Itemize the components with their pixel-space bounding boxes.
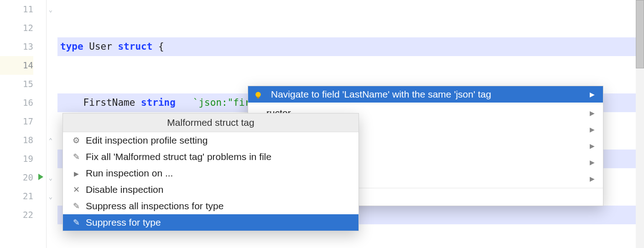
keyword-struct: struct [118, 41, 152, 52]
line-number[interactable]: 20 [0, 168, 33, 187]
submenu-arrow-icon: ▶ [590, 175, 595, 182]
field-name: FirstName [83, 97, 135, 108]
fold-toggle-icon[interactable]: ⌄ [47, 192, 55, 201]
menu-item-label: Run inspection on ... [86, 168, 173, 179]
lightbulb-icon [254, 89, 264, 99]
submenu-arrow-icon: ▶ [590, 142, 595, 150]
line-number[interactable]: 15 [0, 75, 33, 93]
fold-toggle-icon[interactable]: ⌄ [47, 174, 55, 182]
pencil-icon [71, 217, 81, 227]
submenu-arrow-icon: ▶ [590, 91, 595, 98]
suppress-for-type[interactable]: Suppress for type [63, 214, 358, 231]
keyword-type: type [60, 41, 83, 52]
submenu-arrow-icon: ▶ [590, 109, 595, 117]
menu-title: Malformed struct tag [63, 114, 358, 132]
line-number[interactable]: 18 [0, 131, 33, 150]
pencil-icon [71, 201, 81, 211]
line-number[interactable]: 17 [0, 112, 33, 131]
menu-item-label: Navigate to field 'LastName' with the sa… [271, 89, 491, 100]
fix-all-problems[interactable]: Fix all 'Malformed struct tag' problems … [63, 149, 358, 165]
menu-item-label: Disable inspection [86, 184, 163, 195]
line-number-current[interactable]: 14 [0, 56, 33, 75]
run-icon [71, 169, 81, 178]
line-number[interactable]: 11 [0, 0, 33, 19]
line-number[interactable]: 22 [0, 206, 33, 224]
menu-separator [248, 103, 603, 104]
suppress-all-for-type[interactable]: Suppress all inspections for type [63, 198, 358, 214]
disable-inspection[interactable]: Disable inspection [63, 181, 358, 198]
submenu-arrow-icon: ▶ [590, 126, 595, 133]
menu-item-label: Suppress for type [86, 217, 161, 228]
type-name: User [89, 41, 112, 52]
gear-icon [71, 135, 81, 145]
submenu-arrow-icon: ▶ [590, 159, 595, 166]
menu-item-label: Suppress all inspections for type [86, 201, 223, 212]
fold-toggle-icon[interactable]: ⌄ [47, 5, 55, 14]
scrollbar-thumb[interactable] [636, 0, 644, 68]
svg-rect-1 [257, 97, 260, 98]
field-type: string [141, 97, 176, 108]
run-inspection-on[interactable]: Run inspection on ... [63, 165, 358, 181]
fold-column [47, 0, 57, 248]
inspection-options-menu[interactable]: Malformed struct tag Edit inspection pro… [62, 113, 359, 231]
run-gutter-icon[interactable] [38, 174, 43, 180]
line-number[interactable]: 13 [0, 37, 33, 56]
menu-item-label: Fix all 'Malformed struct tag' problems … [86, 151, 271, 162]
code-line[interactable]: type User struct { [57, 37, 644, 56]
close-icon [71, 185, 81, 195]
menu-item-label: Edit inspection profile setting [86, 135, 208, 146]
line-number[interactable]: 19 [0, 150, 33, 168]
line-number[interactable]: 12 [0, 19, 33, 37]
svg-point-0 [255, 92, 261, 98]
line-number[interactable]: 16 [0, 93, 33, 112]
line-number[interactable]: 21 [0, 187, 33, 206]
intention-navigate-duplicate-tag[interactable]: Navigate to field 'LastName' with the sa… [248, 86, 603, 103]
fold-toggle-icon[interactable]: ⌃ [47, 136, 55, 145]
edit-inspection-profile[interactable]: Edit inspection profile setting [63, 132, 358, 149]
editor-scrollbar[interactable] [636, 0, 644, 248]
pencil-icon [71, 152, 81, 162]
line-number-gutter: 11 12 13 14 15 16 17 18 19 20 21 22 [0, 0, 47, 248]
